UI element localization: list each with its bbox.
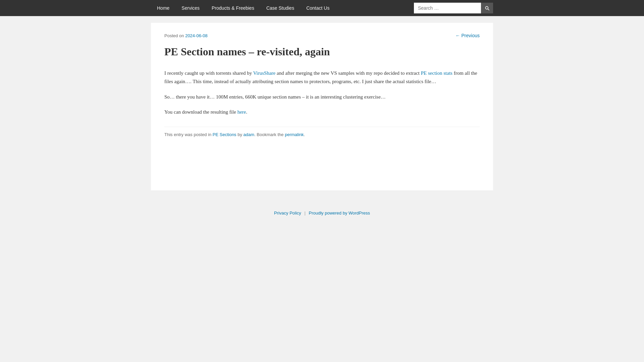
nav-item-home[interactable]: Home [151,0,175,16]
footer-separator: | [304,210,305,216]
site-main: Posted on 2024-06-08 ← Previous PE Secti… [151,16,493,197]
site-header: Home Services Products & Freebies Case S… [0,0,644,16]
here-link[interactable]: here [237,109,246,115]
content-area: Posted on 2024-06-08 ← Previous PE Secti… [151,23,493,190]
nav-item-services[interactable]: Services [175,0,206,16]
post-meta: Posted on 2024-06-08 ← Previous [164,33,480,38]
post-footer: This entry was posted in PE Sections by … [164,127,480,137]
nav-item-contact-us[interactable]: Contact Us [300,0,335,16]
nav-item-products-freebies[interactable]: Products & Freebies [206,0,260,16]
post-paragraph-2: So… there you have it… 100M entries, 660… [164,93,480,102]
post-content: I recently caught up with torrents share… [164,69,480,117]
wordpress-link[interactable]: Proudly powered by WordPress [309,210,370,216]
post-category-link[interactable]: PE Sections [213,132,236,137]
post-permalink[interactable]: permalink [285,132,304,137]
posted-on-label: Posted on 2024-06-08 [164,33,208,38]
post-title: PE Section names – re-visited, again [164,45,480,59]
nav-item-case-studies[interactable]: Case Studies [260,0,300,16]
primary-nav: Home Services Products & Freebies Case S… [151,0,335,16]
post-nav-previous[interactable]: ← Previous [455,33,480,38]
search-input[interactable] [414,3,481,13]
post-footer-text: This entry was posted in PE Sections by … [164,132,305,137]
privacy-policy-link[interactable]: Privacy Policy [274,210,301,216]
search-form [414,0,493,16]
search-icon [484,5,490,11]
post-author-link[interactable]: adam [244,132,255,137]
post-paragraph-3: You can download the resulting file here… [164,108,480,117]
site-footer: Privacy Policy | Proudly powered by Word… [0,204,644,222]
post-date[interactable]: 2024-06-08 [185,33,208,38]
virusshare-link[interactable]: VirusShare [253,70,276,76]
post-paragraph-1: I recently caught up with torrents share… [164,69,480,86]
pe-section-stats-link[interactable]: PE section stats [421,70,452,76]
search-button[interactable] [481,3,493,13]
